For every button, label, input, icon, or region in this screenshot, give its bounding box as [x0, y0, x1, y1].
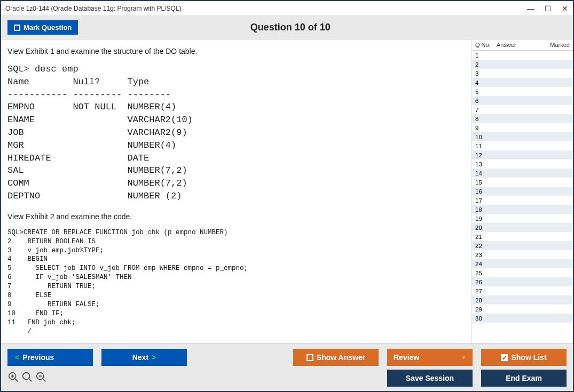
checkbox-icon — [306, 354, 313, 361]
question-row[interactable]: 19 — [472, 214, 573, 223]
exhibit2-intro: View Exhibit 2 and examine the code. — [7, 212, 465, 221]
question-list-header: Q No. Answer Marked — [472, 39, 573, 51]
footer-row-2: Save Session End Exam — [7, 370, 567, 387]
footer-bar: < Previous Next > Show Answer Review ▼ ✔… — [1, 343, 573, 391]
next-button[interactable]: Next > — [101, 349, 187, 366]
question-row[interactable]: 14 — [472, 169, 573, 178]
question-row[interactable]: 24 — [472, 259, 573, 268]
window-title: Oracle 1z0-144 (Oracle Database 11g: Pro… — [5, 5, 527, 12]
zoom-out-icon[interactable] — [35, 371, 47, 386]
question-counter: Question 10 of 10 — [78, 22, 502, 33]
exhibit1-code: SQL> desc emp Name Null? Type ----------… — [7, 63, 465, 203]
review-label: Review — [394, 353, 419, 362]
zoom-reset-icon[interactable] — [21, 371, 33, 386]
question-row[interactable]: 13 — [472, 159, 573, 169]
question-row[interactable]: 9 — [472, 123, 573, 132]
exhibit2-code: SQL>CREATE OR REPLACE FUNCTION job_chk (… — [7, 228, 465, 337]
app-window: Oracle 1z0-144 (Oracle Database 11g: Pro… — [0, 0, 574, 392]
header-marked: Marked — [544, 42, 570, 48]
svg-line-7 — [43, 378, 46, 381]
close-icon[interactable]: ✕ — [561, 5, 569, 12]
title-bar: Oracle 1z0-144 (Oracle Database 11g: Pro… — [1, 1, 573, 16]
save-session-label: Save Session — [406, 374, 454, 382]
show-answer-label: Show Answer — [317, 353, 365, 362]
svg-line-1 — [15, 378, 18, 381]
question-row[interactable]: 23 — [472, 250, 573, 259]
show-list-button[interactable]: ✔ Show List — [481, 349, 567, 366]
question-list-panel: Q No. Answer Marked 12345678910111213141… — [471, 39, 573, 343]
end-exam-label: End Exam — [506, 374, 542, 382]
question-row[interactable]: 15 — [472, 178, 573, 187]
question-row[interactable]: 5 — [472, 87, 573, 96]
question-row[interactable]: 10 — [472, 132, 573, 141]
question-row[interactable]: 30 — [472, 314, 573, 323]
content-column: View Exhibit 1 and examine the structure… — [1, 39, 471, 343]
question-row[interactable]: 4 — [472, 78, 573, 87]
question-row[interactable]: 1 — [472, 51, 573, 60]
end-exam-button[interactable]: End Exam — [481, 370, 567, 387]
chevron-left-icon: < — [15, 353, 19, 362]
question-row[interactable]: 20 — [472, 223, 573, 232]
question-row[interactable]: 26 — [472, 277, 573, 286]
previous-button[interactable]: < Previous — [7, 349, 93, 366]
svg-line-5 — [29, 378, 32, 381]
next-label: Next — [132, 353, 148, 362]
question-row[interactable]: 3 — [472, 69, 573, 78]
header-answer: Answer — [497, 42, 544, 48]
body-area: View Exhibit 1 and examine the structure… — [1, 39, 573, 343]
checkbox-icon — [14, 25, 20, 31]
exhibit1-intro: View Exhibit 1 and examine the structure… — [7, 47, 465, 55]
checkbox-checked-icon: ✔ — [501, 354, 508, 361]
question-row[interactable]: 16 — [472, 187, 573, 196]
question-row[interactable]: 22 — [472, 241, 573, 250]
question-row[interactable]: 6 — [472, 96, 573, 105]
question-row[interactable]: 21 — [472, 232, 573, 241]
svg-point-4 — [23, 372, 30, 379]
question-row[interactable]: 29 — [472, 305, 573, 314]
review-button[interactable]: Review ▼ — [387, 349, 473, 366]
question-row[interactable]: 17 — [472, 196, 573, 205]
question-row[interactable]: 25 — [472, 268, 573, 277]
show-list-label: Show List — [511, 353, 546, 362]
question-row[interactable]: 8 — [472, 114, 573, 123]
chevron-right-icon: > — [152, 353, 156, 362]
question-row[interactable]: 7 — [472, 105, 573, 114]
question-row[interactable]: 27 — [472, 286, 573, 295]
mark-question-button[interactable]: Mark Question — [7, 20, 78, 35]
window-controls: — ☐ ✕ — [527, 5, 569, 12]
question-list[interactable]: 1234567891011121314151617181920212223242… — [472, 51, 573, 343]
zoom-controls — [7, 371, 47, 386]
mark-question-label: Mark Question — [23, 23, 72, 31]
header-bar: Mark Question Question 10 of 10 — [1, 16, 573, 39]
maximize-icon[interactable]: ☐ — [544, 5, 552, 12]
content-scroll[interactable]: View Exhibit 1 and examine the structure… — [1, 39, 471, 343]
question-row[interactable]: 11 — [472, 141, 573, 150]
save-session-button[interactable]: Save Session — [387, 370, 473, 387]
question-row[interactable]: 12 — [472, 150, 573, 159]
question-row[interactable]: 28 — [472, 295, 573, 305]
show-answer-button[interactable]: Show Answer — [293, 349, 379, 366]
question-row[interactable]: 2 — [472, 60, 573, 69]
footer-row-1: < Previous Next > Show Answer Review ▼ ✔… — [7, 349, 567, 366]
zoom-in-icon[interactable] — [7, 371, 19, 386]
header-qno: Q No. — [475, 42, 497, 48]
minimize-icon[interactable]: — — [527, 5, 534, 12]
chevron-down-icon: ▼ — [461, 355, 466, 361]
previous-label: Previous — [22, 353, 54, 362]
question-row[interactable]: 18 — [472, 205, 573, 214]
